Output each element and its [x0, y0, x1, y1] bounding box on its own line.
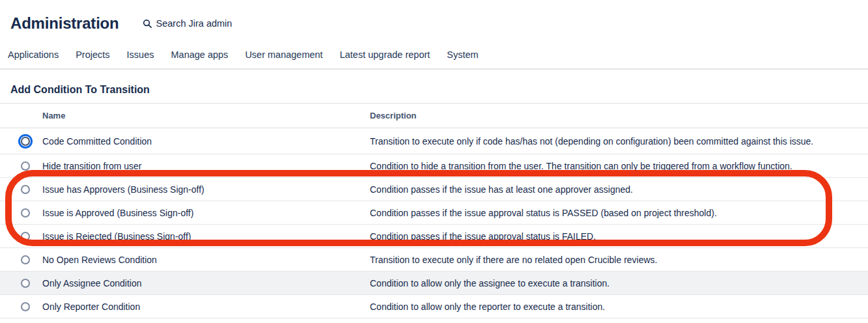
- table-row[interactable]: Issue is Approved (Business Sign-off) Co…: [0, 201, 868, 225]
- conditions-table-body: Code Committed Condition Transition to e…: [0, 128, 868, 323]
- condition-name: Issue is Rejected (Business Sign-off): [42, 231, 370, 242]
- search-jira-admin[interactable]: Search Jira admin: [143, 18, 232, 29]
- condition-name: Issue has Approvers (Business Sign-off): [42, 184, 370, 195]
- table-row[interactable]: Code Committed Condition Transition to e…: [0, 128, 868, 154]
- condition-name: Only Assignee Condition: [42, 278, 370, 288]
- radio-cell: [0, 208, 42, 218]
- table-header-row: Name Description: [0, 104, 868, 128]
- column-header-name: Name: [42, 111, 370, 120]
- nav-item-manage-apps[interactable]: Manage apps: [171, 49, 229, 60]
- section-title: Add Condition To Transition: [0, 70, 868, 104]
- condition-radio-button[interactable]: [21, 279, 30, 288]
- column-header-description: Description: [370, 111, 868, 120]
- condition-description: Transition to execute only if code has/h…: [370, 136, 868, 147]
- condition-radio-button[interactable]: [21, 162, 30, 171]
- condition-description: Condition passes if the issue approval s…: [370, 231, 868, 242]
- admin-header: Administration Search Jira admin: [0, 0, 868, 33]
- condition-description: Condition to allow only the assignee to …: [370, 278, 868, 288]
- table-row[interactable]: No Open Reviews Condition Transition to …: [0, 248, 868, 272]
- nav-item-applications[interactable]: Applications: [8, 49, 59, 60]
- condition-description: Condition passes if the issue has at lea…: [370, 184, 868, 195]
- condition-description: Condition to hide a transition from the …: [370, 161, 868, 171]
- nav-item-issues[interactable]: Issues: [127, 49, 154, 60]
- radio-cell: [0, 302, 42, 311]
- nav-item-user-management[interactable]: User management: [245, 49, 322, 60]
- nav-item-latest-upgrade-report[interactable]: Latest upgrade report: [340, 49, 430, 60]
- condition-name: Issue is Approved (Business Sign-off): [42, 208, 370, 218]
- condition-name: Code Committed Condition: [42, 136, 370, 147]
- table-row[interactable]: Permission Condition Condition to allow …: [0, 318, 868, 323]
- condition-radio-button[interactable]: [21, 255, 30, 264]
- search-icon: [143, 19, 152, 29]
- nav-item-system[interactable]: System: [447, 49, 478, 60]
- radio-cell: [0, 232, 42, 241]
- table-row[interactable]: Only Reporter Condition Condition to all…: [0, 295, 868, 318]
- condition-radio-button[interactable]: [21, 302, 30, 311]
- radio-cell: [0, 185, 42, 194]
- condition-radio-button[interactable]: [21, 208, 30, 218]
- table-row[interactable]: Issue is Rejected (Business Sign-off) Co…: [0, 225, 868, 248]
- conditions-table: Name Description Code Committed Conditio…: [0, 104, 868, 323]
- condition-description: Condition to allow only the reporter to …: [370, 302, 868, 312]
- radio-cell: [0, 255, 42, 264]
- condition-radio-button[interactable]: [21, 185, 30, 194]
- radio-cell: [0, 279, 42, 288]
- condition-description: Transition to execute only if there are …: [370, 255, 868, 265]
- search-label: Search Jira admin: [156, 18, 232, 29]
- radio-cell: [0, 137, 42, 146]
- table-row[interactable]: Issue has Approvers (Business Sign-off) …: [0, 178, 868, 201]
- nav-item-projects[interactable]: Projects: [76, 49, 109, 60]
- table-row[interactable]: Hide transition from user Condition to h…: [0, 154, 868, 178]
- condition-name: No Open Reviews Condition: [42, 255, 370, 265]
- condition-name: Hide transition from user: [42, 161, 370, 171]
- table-row[interactable]: Only Assignee Condition Condition to all…: [0, 272, 868, 295]
- condition-radio-button[interactable]: [21, 137, 30, 146]
- condition-description: Condition passes if the issue approval s…: [370, 208, 868, 218]
- condition-name: Only Reporter Condition: [42, 302, 370, 312]
- page-title: Administration: [10, 14, 119, 33]
- admin-nav: Applications Projects Issues Manage apps…: [0, 33, 868, 70]
- condition-radio-button[interactable]: [21, 232, 30, 241]
- radio-cell: [0, 162, 42, 171]
